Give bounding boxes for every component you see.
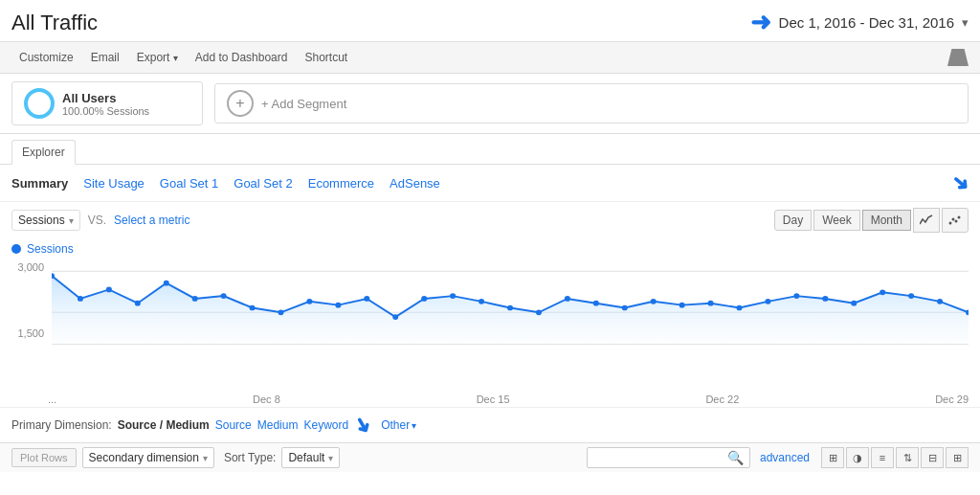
sort-value: Default — [288, 451, 324, 464]
sub-tab-site-usage[interactable]: Site Usage — [83, 174, 145, 192]
explorer-tab[interactable]: Explorer — [11, 140, 76, 165]
svg-point-0 — [949, 222, 952, 225]
svg-point-12 — [192, 296, 198, 302]
table-list-icon-button[interactable]: ≡ — [871, 447, 894, 468]
svg-point-25 — [565, 296, 570, 302]
sub-tab-adsense[interactable]: AdSense — [390, 174, 440, 192]
svg-point-26 — [593, 301, 599, 306]
svg-point-17 — [335, 303, 341, 308]
vs-label: VS. — [88, 214, 106, 227]
table-custom-icon-button[interactable]: ⊞ — [946, 447, 969, 468]
table-compare-icon-button[interactable]: ⇅ — [896, 447, 919, 468]
page-title: All Traffic — [11, 11, 98, 35]
x-axis-label-3: Dec 15 — [477, 394, 510, 405]
svg-point-18 — [364, 296, 369, 302]
svg-point-38 — [937, 299, 943, 304]
segment-circle-icon — [24, 88, 55, 119]
other-dropdown[interactable]: Other ▾ — [381, 418, 416, 432]
day-button[interactable]: Day — [774, 210, 812, 231]
search-button[interactable]: 🔍 — [727, 450, 744, 465]
sub-tab-goal-set-2[interactable]: Goal Set 2 — [234, 174, 292, 192]
table-view-icons: ⊞ ◑ ≡ ⇅ ⊟ ⊞ — [821, 447, 969, 468]
x-axis-label-5: Dec 29 — [935, 394, 969, 405]
date-range-area[interactable]: ➜ Dec 1, 2016 - Dec 31, 2016 ▾ — [750, 8, 969, 37]
sec-dim-arrow-icon: ▾ — [203, 453, 208, 463]
line-chart-view-button[interactable] — [913, 208, 940, 233]
medium-link[interactable]: Medium — [257, 418, 299, 432]
y-axis-top: 3,000 — [17, 261, 44, 273]
svg-point-13 — [221, 293, 227, 299]
add-to-dashboard-button[interactable]: Add to Dashboard — [188, 47, 296, 68]
svg-point-16 — [306, 299, 312, 304]
svg-point-14 — [250, 305, 256, 311]
export-button[interactable]: Export ▾ — [129, 47, 186, 68]
source-link[interactable]: Source — [215, 418, 252, 432]
shortcut-button[interactable]: Shortcut — [297, 47, 355, 68]
chart-controls: Sessions ▾ VS. Select a metric Day Week … — [0, 202, 980, 238]
primary-dim-value: Source / Medium — [118, 418, 210, 432]
select-metric-link[interactable]: Select a metric — [114, 214, 189, 227]
chart-wrapper — [52, 258, 969, 358]
sub-tab-summary[interactable]: Summary — [11, 174, 68, 192]
email-button[interactable]: Email — [83, 47, 127, 68]
add-segment-button[interactable]: + + Add Segment — [214, 83, 969, 124]
svg-point-33 — [793, 293, 799, 299]
toolbar-right — [947, 49, 969, 66]
week-button[interactable]: Week — [813, 210, 859, 231]
svg-point-1 — [952, 218, 955, 221]
date-dropdown-icon[interactable]: ▾ — [962, 15, 969, 30]
svg-point-2 — [955, 220, 958, 223]
y-axis: 3,000 1,500 — [11, 258, 48, 358]
date-range-text: Dec 1, 2016 - Dec 31, 2016 — [779, 14, 954, 31]
secondary-dimension-select[interactable]: Secondary dimension ▾ — [82, 447, 214, 468]
sort-arrow-icon: ▾ — [328, 453, 333, 463]
svg-point-22 — [479, 299, 484, 304]
x-axis-label-2: Dec 8 — [253, 394, 280, 405]
scatter-chart-view-button[interactable] — [942, 208, 969, 233]
table-pivot-icon-button[interactable]: ⊟ — [921, 447, 944, 468]
search-input[interactable] — [593, 451, 727, 464]
y-axis-bottom: 1,500 — [17, 327, 44, 339]
header-bar: All Traffic ➜ Dec 1, 2016 - Dec 31, 2016… — [0, 0, 980, 42]
plot-rows-button[interactable]: Plot Rows — [11, 448, 77, 467]
metric-select[interactable]: Sessions ▾ — [11, 210, 80, 231]
sec-dim-label: Secondary dimension — [89, 451, 199, 464]
sort-type-select[interactable]: Default ▾ — [281, 447, 340, 468]
all-users-segment[interactable]: All Users 100.00% Sessions — [11, 81, 203, 125]
svg-point-8 — [78, 296, 83, 302]
primary-dimension-bar: Primary Dimension: Source / Medium Sourc… — [0, 407, 980, 442]
svg-point-15 — [278, 309, 284, 315]
x-axis-label-4: Dec 22 — [705, 394, 739, 405]
grad-hat-icon — [947, 49, 969, 66]
sub-tab-goal-set-1[interactable]: Goal Set 1 — [160, 174, 218, 192]
chart-type-buttons: Day Week Month — [774, 208, 969, 233]
month-button[interactable]: Month — [862, 210, 911, 231]
primary-dim-label: Primary Dimension: — [11, 418, 112, 432]
svg-point-36 — [880, 289, 885, 295]
x-axis: ... Dec 8 Dec 15 Dec 22 Dec 29 — [0, 392, 980, 407]
svg-point-10 — [135, 301, 141, 306]
x-axis-label-1: ... — [48, 394, 56, 405]
sub-tab-ecommerce[interactable]: Ecommerce — [308, 174, 374, 192]
svg-point-24 — [536, 309, 542, 315]
other-arrow-icon: ▾ — [412, 420, 416, 431]
customize-button[interactable]: Customize — [11, 47, 81, 68]
segments-bar: All Users 100.00% Sessions + + Add Segme… — [0, 74, 980, 134]
svg-point-27 — [622, 305, 628, 311]
advanced-link[interactable]: advanced — [760, 451, 810, 464]
keyword-link[interactable]: Keyword — [303, 418, 348, 432]
sort-type-label: Sort Type: — [224, 451, 276, 464]
arrow-annotation-2: ➜ — [946, 168, 975, 197]
svg-point-21 — [450, 293, 456, 299]
svg-point-11 — [164, 281, 169, 286]
svg-point-28 — [651, 299, 657, 304]
svg-point-3 — [958, 216, 961, 219]
svg-point-37 — [908, 293, 914, 299]
table-pie-icon-button[interactable]: ◑ — [846, 447, 869, 468]
table-grid-icon-button[interactable]: ⊞ — [821, 447, 844, 468]
search-box: 🔍 — [587, 447, 750, 468]
segment-name: All Users — [62, 91, 149, 105]
svg-point-30 — [708, 301, 714, 306]
sessions-dot-icon — [11, 244, 21, 254]
svg-point-19 — [392, 314, 398, 320]
